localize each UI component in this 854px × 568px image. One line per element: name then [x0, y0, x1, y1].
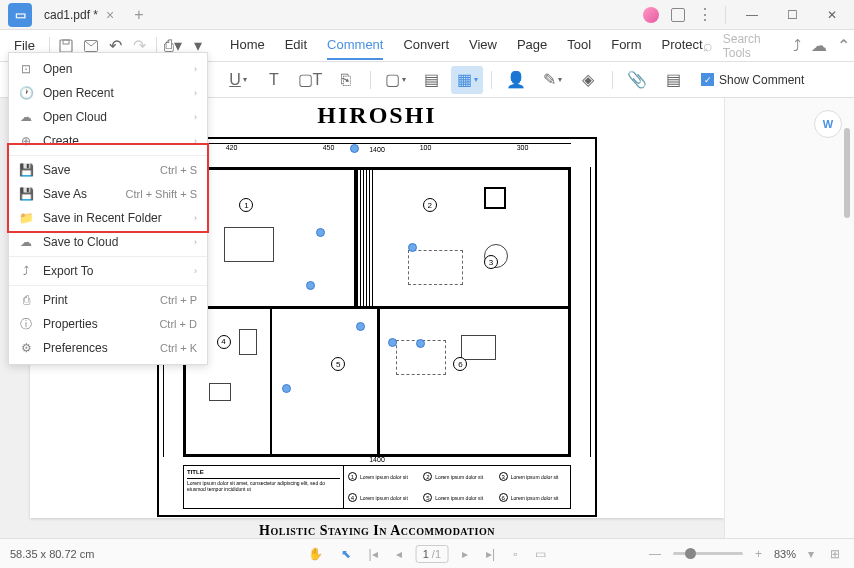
shape-tool[interactable]: ▢▾	[379, 66, 411, 94]
room-marker: 5	[331, 357, 345, 371]
statusbar: 58.35 x 80.72 cm ✋ ⬉ |◂ ◂ 1 /1 ▸ ▸| ▫ ▭ …	[0, 538, 854, 568]
menu-create[interactable]: ⊕Create›	[9, 129, 207, 153]
tab-comment[interactable]: Comment	[327, 31, 383, 60]
cloud-icon[interactable]: ☁	[811, 36, 827, 55]
select-tool-icon[interactable]: ⬉	[337, 545, 355, 563]
area-tool[interactable]: ▦▾	[451, 66, 483, 94]
recent-icon: 🕐	[19, 86, 33, 100]
signature-tool[interactable]: ✎▾	[536, 66, 568, 94]
menu-save-to-cloud[interactable]: ☁Save to Cloud›	[9, 230, 207, 254]
tab-view[interactable]: View	[469, 31, 497, 60]
floorplan-legend: TITLE Lorem ipsum dolor sit amet, consec…	[183, 465, 571, 509]
stamp-tool[interactable]: 👤	[500, 66, 532, 94]
search-tools-input[interactable]: Search Tools	[723, 32, 783, 60]
svg-rect-0	[60, 40, 72, 52]
tab-page[interactable]: Page	[517, 31, 547, 60]
annotation-node[interactable]	[388, 338, 397, 347]
expand-icon[interactable]: ⌃	[837, 36, 850, 55]
view-mode2-icon[interactable]: ▭	[531, 545, 550, 563]
checkbox-icon: ✓	[701, 73, 714, 86]
zoom-out-button[interactable]: —	[645, 545, 665, 563]
annotation-node[interactable]	[350, 144, 359, 153]
chevron-right-icon: ›	[194, 213, 197, 223]
next-page-button[interactable]: ▸	[458, 545, 472, 563]
cloud2-icon: ☁	[19, 235, 33, 249]
menu-save-as[interactable]: 💾Save AsCtrl + Shift + S	[9, 182, 207, 206]
annotation-node[interactable]	[408, 243, 417, 252]
tab-protect[interactable]: Protect	[662, 31, 703, 60]
prev-page-button[interactable]: ◂	[392, 545, 406, 563]
zoom-in-button[interactable]: +	[751, 545, 766, 563]
menu-properties[interactable]: ⓘPropertiesCtrl + D	[9, 312, 207, 336]
measure-tool[interactable]: ◈	[572, 66, 604, 94]
zoom-level[interactable]: 83%	[774, 548, 796, 560]
page-number-input[interactable]: 1 /1	[416, 545, 448, 563]
close-window-button[interactable]: ✕	[818, 1, 846, 29]
menu-print[interactable]: ⎙PrintCtrl + P	[9, 288, 207, 312]
document-tab[interactable]: cad1.pdf * ×	[32, 0, 126, 29]
zoom-chevron-icon[interactable]: ▾	[804, 545, 818, 563]
props-icon: ⓘ	[19, 317, 33, 331]
zoom-slider[interactable]	[673, 552, 743, 555]
menu-save-in-recent-folder[interactable]: 📁Save in Recent Folder›	[9, 206, 207, 230]
text-tool[interactable]: T	[258, 66, 290, 94]
prefs-icon: ⚙	[19, 341, 33, 355]
maximize-button[interactable]: ☐	[778, 1, 806, 29]
app-icon: ▭	[8, 3, 32, 27]
print-icon: ⎙	[19, 293, 33, 307]
menu-save[interactable]: 💾SaveCtrl + S	[9, 158, 207, 182]
tab-edit[interactable]: Edit	[285, 31, 307, 60]
tab-form[interactable]: Form	[611, 31, 641, 60]
last-page-button[interactable]: ▸|	[482, 545, 499, 563]
comment-list-tool[interactable]: ▤	[657, 66, 689, 94]
menu-open-cloud[interactable]: ☁Open Cloud›	[9, 105, 207, 129]
minimize-button[interactable]: —	[738, 1, 766, 29]
chevron-right-icon: ›	[194, 237, 197, 247]
tab-title: cad1.pdf *	[44, 8, 98, 22]
text-callout-tool[interactable]: ⎘	[330, 66, 362, 94]
file-menu-dropdown: ⊡Open›🕐Open Recent›☁Open Cloud›⊕Create›💾…	[8, 52, 208, 365]
tab-tool[interactable]: Tool	[567, 31, 591, 60]
share-icon[interactable]: ⤴	[793, 37, 801, 55]
note-tool[interactable]: ▤	[415, 66, 447, 94]
menu-export-to[interactable]: ⤴Export To›	[9, 259, 207, 283]
doc-subtitle: Holistic Staying In Accommodation	[30, 517, 724, 538]
menu-preferences[interactable]: ⚙PreferencesCtrl + K	[9, 336, 207, 360]
underline-tool[interactable]: U▾	[222, 66, 254, 94]
cloud-icon: ☁	[19, 110, 33, 124]
word-export-icon[interactable]: W	[814, 110, 842, 138]
room-marker: 1	[239, 198, 253, 212]
show-comment-toggle[interactable]: ✓ Show Comment	[701, 73, 804, 87]
scrollbar[interactable]	[844, 98, 852, 538]
fit-page-icon[interactable]: ⊞	[826, 545, 844, 563]
export-icon: ⤴	[19, 264, 33, 278]
annotation-node[interactable]	[306, 281, 315, 290]
first-page-button[interactable]: |◂	[365, 545, 382, 563]
annotation-node[interactable]	[416, 339, 425, 348]
menu-open-recent[interactable]: 🕐Open Recent›	[9, 81, 207, 105]
annotation-node[interactable]	[356, 322, 365, 331]
hand-tool-icon[interactable]: ✋	[304, 545, 327, 563]
save-icon: 💾	[19, 163, 33, 177]
tab-home[interactable]: Home	[230, 31, 265, 60]
titlebar: ▭ cad1.pdf * × + ⋮ — ☐ ✕	[0, 0, 854, 30]
tab-convert[interactable]: Convert	[403, 31, 449, 60]
folder-icon: 📁	[19, 211, 33, 225]
textbox-tool[interactable]: ▢T	[294, 66, 326, 94]
menu-open[interactable]: ⊡Open›	[9, 57, 207, 81]
more-icon[interactable]: ⋮	[697, 5, 713, 24]
add-tab-button[interactable]: +	[126, 6, 151, 24]
annotation-node[interactable]	[316, 228, 325, 237]
close-tab-icon[interactable]: ×	[106, 7, 114, 23]
open-icon: ⊡	[19, 62, 33, 76]
annotation-node[interactable]	[282, 384, 291, 393]
search-icon[interactable]: ⌕	[703, 37, 713, 55]
attachment-tool[interactable]: 📎	[621, 66, 653, 94]
view-mode-icon[interactable]: ▫	[509, 545, 521, 563]
chevron-right-icon: ›	[194, 88, 197, 98]
profile-icon[interactable]	[643, 7, 659, 23]
chevron-right-icon: ›	[194, 112, 197, 122]
create-icon: ⊕	[19, 134, 33, 148]
floorplan: 1400 420450100300	[157, 137, 597, 517]
app-action-icon[interactable]	[671, 8, 685, 22]
